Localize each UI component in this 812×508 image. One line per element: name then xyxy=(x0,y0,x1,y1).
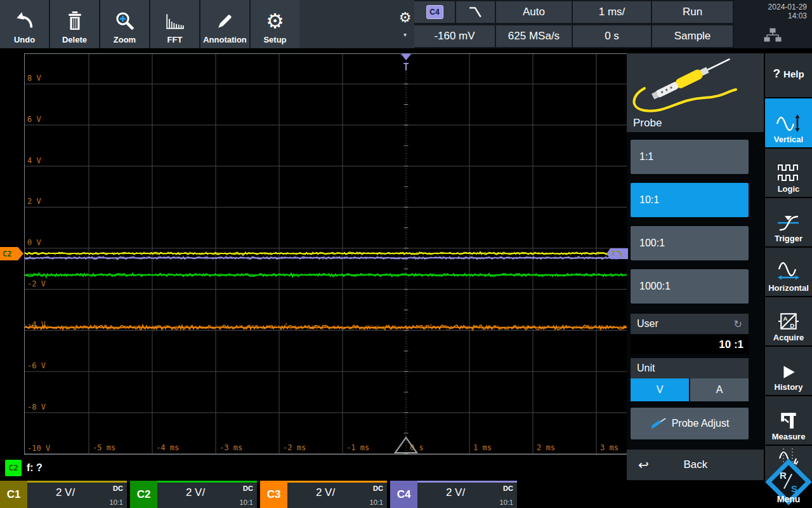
falling-edge-icon xyxy=(469,6,483,18)
sidebar-item-label: Help xyxy=(783,69,804,79)
sidebar-item-measure[interactable]: Measure xyxy=(765,396,812,444)
unit-header: Unit xyxy=(631,358,749,378)
network-icon xyxy=(763,28,782,46)
measurement-row: C2 f: ? xyxy=(0,455,627,481)
channel-attenuation: 10:1 xyxy=(110,498,123,506)
channel-block-c3[interactable]: C3 2 V/ DC 10:1 xyxy=(260,481,387,508)
probe-option-1000-1[interactable]: 1000:1 xyxy=(631,269,749,304)
sidebar-item-label: History xyxy=(775,382,803,392)
channel-scale: 2 V/ xyxy=(27,486,103,499)
top-bar: Undo Delete Zoom FFT Annotation⚙ Setup ⚙… xyxy=(0,0,812,48)
measurement-source-badge: C2 xyxy=(5,460,22,476)
setup-button[interactable]: ⚙ Setup xyxy=(251,0,299,48)
channel-block-c1[interactable]: C1 2 V/ DC 10:1 xyxy=(0,481,127,508)
channel-info: 2 V/ DC 10:1 xyxy=(287,481,387,508)
trigger-icon xyxy=(777,213,800,232)
channel-attenuation: 10:1 xyxy=(240,498,253,506)
delete-button[interactable]: Delete xyxy=(50,0,99,48)
channel-info: 2 V/ DC 10:1 xyxy=(417,481,517,508)
sidebar-item-vertical[interactable]: Vertical xyxy=(765,98,812,147)
logic-icon xyxy=(777,163,800,182)
question-icon: ? xyxy=(773,67,780,81)
sidebar-item-logic[interactable]: Logic xyxy=(765,149,812,197)
axis-label: 4 V xyxy=(27,156,41,165)
unit-option-v[interactable]: V xyxy=(631,378,689,401)
annotation-icon xyxy=(216,8,234,34)
undo-icon xyxy=(15,8,34,34)
trigger-slope-cell[interactable] xyxy=(456,1,495,23)
axis-label: -8 V xyxy=(27,403,46,411)
channel-coupling: DC xyxy=(243,485,253,492)
unit-option-a[interactable]: A xyxy=(690,378,749,401)
axis-label: 0 s xyxy=(410,443,424,452)
acquire-icon: AD xyxy=(778,312,799,331)
axis-label: -4 ms xyxy=(156,443,179,452)
sample-rate-cell[interactable]: 625 MSa/s xyxy=(496,25,572,47)
setup-label: Setup xyxy=(263,35,286,44)
probe-option-10-1[interactable]: 10:1 xyxy=(631,183,749,217)
fft-button[interactable]: FFT xyxy=(150,0,199,48)
user-attenuation-header: User ↻ xyxy=(631,314,749,334)
acquisition-mode-cell[interactable]: Sample xyxy=(652,25,733,47)
channel-block-c2[interactable]: C2 2 V/ DC 10:1 xyxy=(130,481,257,508)
sidebar-item-menu-label[interactable]: Menu xyxy=(765,494,812,504)
probe-adjust-button[interactable]: Probe Adjust xyxy=(631,408,749,439)
annotation-button[interactable]: Annotation xyxy=(200,0,249,48)
chevron-down-icon: ▾ xyxy=(403,31,407,38)
probe-panel: Probe 1:110:1100:11000:1 User ↻ 10 :1 Un… xyxy=(627,53,764,508)
trigger-mode-cell[interactable]: Auto xyxy=(496,1,572,23)
axis-label: -2 ms xyxy=(283,443,306,452)
trigger-source-cell[interactable]: C4 xyxy=(414,1,455,23)
falling-edge-icon xyxy=(617,250,623,258)
probe-attenuation-options: 1:110:1100:11000:1 xyxy=(631,140,749,312)
sidebar-item-history[interactable]: History xyxy=(765,347,812,395)
horizontal-icon xyxy=(776,261,801,281)
trigger-level-cell[interactable]: -160 mV xyxy=(414,25,495,47)
delete-icon xyxy=(67,8,83,34)
sidebar-item-label: Vertical xyxy=(774,135,803,144)
menu-sidebar: ? Help Vertical Logic Trigger Horizontal… xyxy=(765,53,812,508)
probe-option-1-1[interactable]: 1:1 xyxy=(631,140,749,174)
horizontal-position-cell[interactable]: 0 s xyxy=(573,25,651,47)
axis-label: 2 V xyxy=(27,197,41,206)
axis-label: -10 V xyxy=(27,444,50,453)
sidebar-item-acquire[interactable]: AD Acquire xyxy=(765,297,812,345)
axis-label: 3 ms xyxy=(600,443,619,452)
probe-panel-header: Probe xyxy=(627,53,764,132)
sidebar-item-help[interactable]: ? Help xyxy=(765,53,812,97)
undo-label: Undo xyxy=(14,35,35,44)
channel-label: C4 xyxy=(390,481,417,508)
delete-label: Delete xyxy=(62,35,87,44)
waveform-display[interactable]: 8 V6 V4 V2 V0 V-2 V-4 V-6 V-8 V-10 V-5 m… xyxy=(24,53,628,455)
axis-label: 2 ms xyxy=(537,443,555,452)
user-attenuation-input[interactable]: 10 :1 xyxy=(631,335,749,354)
axis-label: -5 ms xyxy=(93,443,115,452)
zoom-button[interactable]: Zoom xyxy=(100,0,149,48)
channel-block-c4[interactable]: C4 2 V/ DC 10:1 xyxy=(390,481,517,508)
trigger-level-marker[interactable]: T xyxy=(606,248,628,259)
trigger-position-marker[interactable] xyxy=(401,54,411,60)
axis-label: -3 ms xyxy=(219,443,242,452)
channel-offset-marker[interactable]: C2 xyxy=(0,247,23,260)
vertical-icon xyxy=(776,114,801,133)
channel-attenuation: 10:1 xyxy=(370,498,383,506)
acquisition-state-cell[interactable]: Run xyxy=(652,1,733,23)
channel-label: C3 xyxy=(260,481,287,508)
channel-coupling: DC xyxy=(503,485,513,492)
channel-coupling: DC xyxy=(113,485,123,492)
sidebar-item-trigger[interactable]: Trigger xyxy=(765,198,812,246)
sidebar-item-horizontal[interactable]: Horizontal xyxy=(765,248,812,296)
probe-option-100-1[interactable]: 100:1 xyxy=(631,226,749,260)
channel-info: 2 V/ DC 10:1 xyxy=(27,481,127,508)
axis-label: -6 V xyxy=(27,361,46,370)
undo-button[interactable]: Undo xyxy=(0,0,49,48)
axis-label: -1 ms xyxy=(346,443,369,452)
channel-attenuation: 10:1 xyxy=(500,498,513,506)
time-text: 14:03 xyxy=(734,11,807,20)
reset-icon[interactable]: ↻ xyxy=(734,318,742,330)
display-settings-button[interactable]: ⚙ ▾ xyxy=(396,0,414,48)
back-button[interactable]: ↩ Back xyxy=(627,450,764,480)
probe-icon xyxy=(627,53,754,119)
timebase-cell[interactable]: 1 ms/ xyxy=(573,1,651,23)
probe-adjust-icon xyxy=(650,417,667,430)
